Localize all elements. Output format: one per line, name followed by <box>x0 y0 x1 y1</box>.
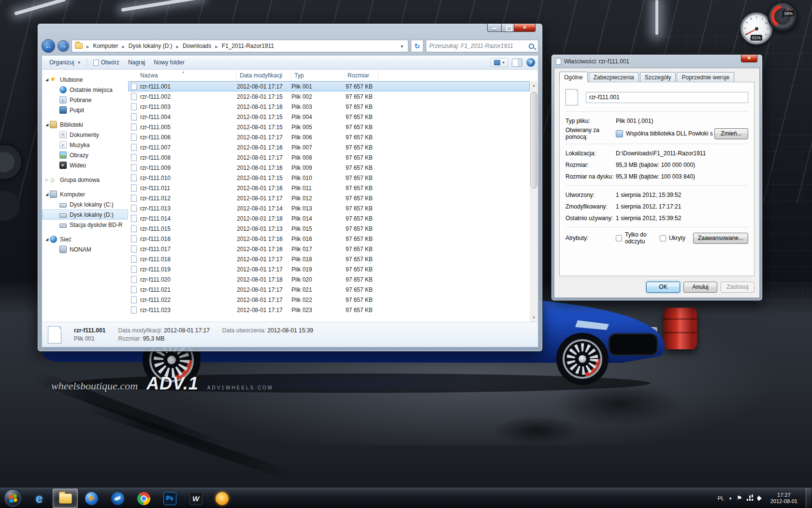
sidebar-item[interactable]: Obrazy <box>42 150 128 160</box>
scrollbar-thumb[interactable] <box>530 92 537 189</box>
file-row[interactable]: rzr-f111.023 2012-08-01 17:17 Plik 023 9… <box>128 305 530 315</box>
file-row[interactable]: rzr-f111.014 2012-08-01 17:18 Plik 014 9… <box>128 213 530 224</box>
properties-tab[interactable]: Zabezpieczenia <box>589 72 639 83</box>
file-row[interactable]: rzr-f111.002 2012-08-01 17:15 Plik 002 9… <box>128 91 530 102</box>
sidebar-item[interactable]: Muzyka <box>42 140 128 150</box>
file-row[interactable]: rzr-f111.001 2012-08-01 17:17 Plik 001 9… <box>128 81 530 91</box>
file-row[interactable]: rzr-f111.006 2012-08-01 17:17 Plik 006 9… <box>128 132 530 142</box>
properties-tab[interactable]: Poprzednie wersje <box>677 72 734 83</box>
sidebar-item[interactable]: Wideo <box>42 160 128 170</box>
volume-icon[interactable] <box>757 495 764 501</box>
help-button[interactable]: ? <box>526 58 535 67</box>
advanced-button[interactable]: Zaawansowane... <box>693 233 748 244</box>
language-indicator[interactable]: PL <box>718 495 724 501</box>
ram-meter-gadget[interactable]: 39% <box>768 1 798 31</box>
file-row[interactable]: rzr-f111.017 2012-08-01 17:16 Plik 017 9… <box>128 244 530 254</box>
change-view-button[interactable] <box>491 58 508 67</box>
properties-tab[interactable]: Szczegóły <box>640 72 676 83</box>
sidebar-item[interactable]: Ostatnie miejsca <box>42 85 128 95</box>
scroll-down-arrow[interactable]: ▼ <box>530 314 538 322</box>
breadcrumb[interactable]: Komputer Dysk lokalny (D:) Downloads <box>72 40 408 52</box>
file-row[interactable]: rzr-f111.012 2012-08-01 17:17 Plik 012 9… <box>128 193 530 203</box>
taskbar-app-button[interactable] <box>79 489 104 508</box>
new-folder-button[interactable]: Nowy folder <box>149 57 188 68</box>
vertical-scrollbar[interactable]: ▲ ▼ <box>530 81 538 322</box>
file-row[interactable]: rzr-f111.020 2012-08-01 17:18 Plik 020 9… <box>128 274 530 284</box>
maximize-button[interactable] <box>501 24 514 32</box>
taskbar-app-button[interactable] <box>209 489 234 508</box>
sidebar-item[interactable]: Dokumenty <box>42 130 128 140</box>
breadcrumb-item[interactable]: F1_2011-Razor1911 <box>221 42 275 50</box>
expander-icon[interactable] <box>44 122 50 127</box>
properties-tab[interactable]: Ogólne <box>559 72 588 82</box>
hidden-label[interactable]: Ukryty <box>669 235 685 241</box>
dialog-close-button[interactable] <box>741 55 757 62</box>
file-row[interactable]: rzr-f111.010 2012-08-01 17:15 Plik 010 9… <box>128 173 530 183</box>
column-header-size[interactable]: Rozmiar <box>345 70 378 81</box>
sidebar-item[interactable]: Dysk lokalny (C:) <box>42 199 128 209</box>
taskbar-app-button[interactable] <box>105 489 130 508</box>
hidden-checkbox[interactable] <box>660 235 666 241</box>
file-row[interactable]: rzr-f111.008 2012-08-01 17:17 Plik 008 9… <box>128 152 530 163</box>
file-row[interactable]: rzr-f111.021 2012-08-01 17:17 Plik 021 9… <box>128 284 530 295</box>
file-row[interactable]: rzr-f111.015 2012-08-01 17:13 Plik 015 9… <box>128 224 530 234</box>
sidebar-item[interactable]: Sieć <box>42 234 128 244</box>
apply-button[interactable]: Zastosuj <box>721 282 754 293</box>
file-row[interactable]: rzr-f111.009 2012-08-01 17:16 Plik 009 9… <box>128 163 530 173</box>
taskbar-app-button[interactable] <box>27 489 52 508</box>
taskbar-app-button[interactable] <box>157 489 182 508</box>
cancel-button[interactable]: Anuluj <box>683 282 717 293</box>
expander-icon[interactable] <box>44 77 50 82</box>
breadcrumb-dropdown-icon[interactable] <box>398 43 406 49</box>
breadcrumb-item[interactable]: Downloads <box>182 42 212 50</box>
sidebar-item[interactable]: Pobrane <box>42 95 128 105</box>
minimize-button[interactable] <box>487 24 501 32</box>
file-row[interactable]: rzr-f111.016 2012-08-01 17:16 Plik 016 9… <box>128 234 530 244</box>
column-header-modified[interactable]: Data modyfikacji <box>237 70 291 81</box>
sidebar-item[interactable]: Biblioteki <box>42 120 128 130</box>
sidebar-item[interactable]: Komputer <box>42 189 128 199</box>
file-row[interactable]: rzr-f111.004 2012-08-01 17:15 Plik 004 9… <box>128 112 530 122</box>
file-row[interactable]: rzr-f111.013 2012-08-01 17:14 Plik 013 9… <box>128 203 530 213</box>
expander-icon[interactable] <box>44 178 50 182</box>
file-row[interactable]: rzr-f111.011 2012-08-01 17:16 Plik 011 9… <box>128 183 530 193</box>
dialog-titlebar[interactable]: Właściwości: rzr-f111.001 <box>551 55 762 68</box>
sidebar-item[interactable]: Ulubione <box>42 75 128 85</box>
column-header-name[interactable]: Nazwa <box>128 70 237 81</box>
close-button[interactable] <box>514 24 536 32</box>
explorer-titlebar[interactable] <box>38 24 542 38</box>
file-row[interactable]: rzr-f111.022 2012-08-01 17:17 Plik 022 9… <box>128 295 530 305</box>
search-icon[interactable] <box>529 44 534 49</box>
organize-menu[interactable]: Organizuj <box>45 57 85 68</box>
action-center-icon[interactable] <box>737 494 742 502</box>
change-button[interactable]: Zmień... <box>714 128 748 139</box>
sidebar-item[interactable]: Pulpit <box>42 105 128 115</box>
back-button[interactable] <box>42 39 55 53</box>
file-row[interactable]: rzr-f111.007 2012-08-01 17:16 Plik 007 9… <box>128 142 530 152</box>
readonly-checkbox[interactable] <box>616 235 622 241</box>
search-input[interactable]: Przeszukaj: F1_2011-Razor1911 <box>426 40 538 52</box>
filename-field[interactable]: rzr-f111.001 <box>586 92 748 103</box>
taskbar-app-button[interactable] <box>131 489 156 508</box>
hidden-icons-chevron[interactable] <box>728 496 732 500</box>
file-row[interactable]: rzr-f111.019 2012-08-01 17:17 Plik 019 9… <box>128 264 530 274</box>
file-row[interactable]: rzr-f111.018 2012-08-01 17:17 Plik 018 9… <box>128 254 530 264</box>
clock[interactable]: 17:27 2012-08-01 <box>770 492 798 505</box>
start-button[interactable] <box>4 489 22 508</box>
readonly-label[interactable]: Tylko do odczytu <box>625 231 652 245</box>
column-header-type[interactable]: Typ <box>291 70 345 81</box>
refresh-button[interactable] <box>411 40 423 52</box>
sidebar-item[interactable]: Dysk lokalny (D:) <box>42 209 128 220</box>
sidebar-item[interactable]: Grupa domowa <box>42 175 128 185</box>
expander-icon[interactable] <box>44 237 50 241</box>
network-icon[interactable] <box>747 495 753 501</box>
sidebar-item[interactable]: NONAM <box>42 244 128 254</box>
preview-pane-button[interactable] <box>512 59 522 67</box>
breadcrumb-item[interactable]: Dysk lokalny (D:) <box>128 42 174 50</box>
sidebar-item[interactable]: Stacja dysków BD-R <box>42 220 128 230</box>
scroll-up-arrow[interactable]: ▲ <box>530 81 538 90</box>
taskbar-app-button[interactable] <box>183 489 208 508</box>
file-row[interactable]: rzr-f111.003 2012-08-01 17:16 Plik 003 9… <box>128 102 530 112</box>
open-button[interactable]: Otwórz <box>89 57 124 68</box>
show-desktop-button[interactable] <box>806 488 811 508</box>
